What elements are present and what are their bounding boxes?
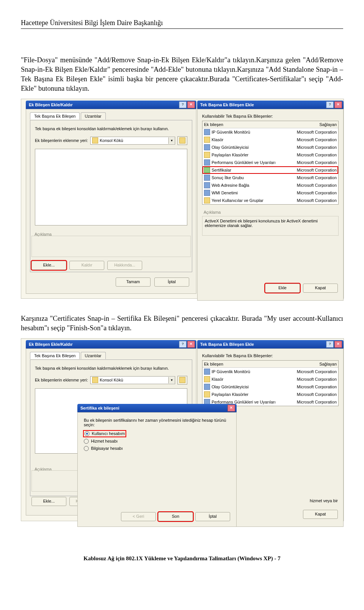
- available-label: Kullanılabilir Tek Başına Ek Bileşenler:: [202, 114, 339, 118]
- list-item[interactable]: IP Güvenlik MonitörüMicrosoft Corporatio…: [202, 128, 338, 136]
- item-name: Paylaşılan Klasörler: [212, 392, 248, 397]
- list-item[interactable]: IP Güvenlik MonitörüMicrosoft Corporatio…: [202, 368, 338, 375]
- right-dialog: Tek Başına Ek Bileşen Ekle ? ✕ Kullanıla…: [197, 101, 344, 291]
- paragraph-1: "File-Dosya" menüsünde "Add/Remove Snap-…: [21, 55, 343, 93]
- left-dialog-titlebar[interactable]: Ek Bileşen Ekle/Kaldır ? ✕: [26, 340, 196, 348]
- list-item[interactable]: WMI DenetimiMicrosoft Corporation: [202, 189, 338, 197]
- list-item[interactable]: SertifikalarMicrosoft Corporation: [202, 166, 338, 174]
- list-item[interactable]: Performans Günlükleri ve UyarılarıMicros…: [202, 159, 338, 166]
- list-item[interactable]: Yerel Kullanıcılar ve GruplarMicrosoft C…: [202, 197, 338, 204]
- item-icon: [204, 376, 210, 382]
- help-icon[interactable]: ?: [326, 101, 334, 108]
- item-name: Performans Günlükleri ve Uyarıları: [212, 160, 276, 165]
- item-name: IP Güvenlik Monitörü: [212, 130, 250, 134]
- new-folder-button[interactable]: [177, 136, 187, 145]
- tab-extensions[interactable]: Uzantılar: [81, 112, 106, 120]
- location-dropdown[interactable]: Konsol Kökü ▼: [90, 137, 175, 145]
- left-dialog-body: Tek Başına Ek Bileşen Uzantılar Tek başı…: [26, 109, 196, 294]
- tab-description: Tek başına ek bileşeni konsoldan kaldırm…: [35, 366, 187, 370]
- tab-standalone[interactable]: Tek Başına Ek Bileşen: [30, 352, 80, 359]
- close-icon[interactable]: ✕: [187, 341, 195, 348]
- cert-prompt: Bu ek bileşenin sertifikalarını her zama…: [84, 418, 228, 427]
- available-label: Kullanılabilir Tek Başına Ek Bileşenler:: [202, 353, 339, 358]
- radio-service-account[interactable]: Hizmet hesabı: [84, 439, 230, 444]
- list-item[interactable]: Paylaşılan KlasörlerMicrosoft Corporatio…: [202, 151, 338, 159]
- folder-icon: [92, 137, 98, 143]
- list-item[interactable]: Olay GörüntüleyicisiMicrosoft Corporatio…: [202, 143, 338, 151]
- rp-desc-label: Açıklama: [202, 210, 339, 214]
- item-name: Klasör: [212, 137, 223, 142]
- right-dialog-titlebar[interactable]: Tek Başına Ek Bileşen Ekle ? ✕: [197, 340, 344, 348]
- item-vendor: Microsoft Corporation: [297, 137, 337, 142]
- left-dialog-titlebar[interactable]: Ek Bileşen Ekle/Kaldır ? ✕: [26, 101, 196, 109]
- snapin-listbox[interactable]: [35, 149, 187, 225]
- item-icon: [204, 159, 210, 166]
- cert-snapin-dialog: Sertifika ek bileşeni ✕ Bu ek bileşenin …: [77, 404, 237, 515]
- snapin-list[interactable]: Ek bileşen Sağlayan IP Güvenlik Monitörü…: [202, 360, 339, 406]
- tab-standalone[interactable]: Tek Başına Ek Bileşen: [30, 112, 80, 120]
- item-icon: [204, 167, 210, 173]
- doc-header: Hacettepe Üniversitesi Bilgi İşlem Daire…: [21, 19, 343, 27]
- snapin-list[interactable]: Ek bileşen Sağlayan IP Güvenlik Monitörü…: [202, 121, 339, 205]
- ok-button[interactable]: Tamam: [116, 277, 151, 287]
- list-item[interactable]: KlasörMicrosoft Corporation: [202, 136, 338, 143]
- remove-button: Kaldır: [69, 261, 104, 270]
- item-vendor: Microsoft Corporation: [297, 168, 337, 172]
- location-value: Konsol Kökü: [100, 378, 123, 382]
- item-vendor: Microsoft Corporation: [297, 369, 337, 374]
- close-icon[interactable]: ✕: [228, 405, 235, 411]
- description-box: [31, 236, 191, 257]
- radio-icon: [84, 446, 89, 451]
- cancel-button[interactable]: İptal: [154, 277, 189, 287]
- finish-button[interactable]: Son: [158, 512, 193, 521]
- chevron-down-icon[interactable]: ▼: [168, 137, 175, 144]
- right-dialog-body: Kullanılabilir Tek Başına Ek Bileşenler:…: [197, 109, 344, 301]
- chevron-down-icon[interactable]: ▼: [168, 377, 175, 383]
- list-item[interactable]: Sonuç İlke GrubuMicrosoft Corporation: [202, 174, 338, 181]
- item-vendor: Microsoft Corporation: [297, 153, 337, 157]
- item-name: IP Güvenlik Monitörü: [212, 369, 250, 374]
- close-icon[interactable]: ✕: [334, 341, 342, 348]
- help-icon[interactable]: ?: [326, 341, 334, 348]
- help-icon[interactable]: ?: [179, 101, 187, 108]
- cert-dialog-titlebar[interactable]: Sertifika ek bileşeni ✕: [77, 404, 237, 412]
- right-dialog-titlebar[interactable]: Tek Başına Ek Bileşen Ekle ? ✕: [197, 101, 344, 109]
- item-name: Sertifikalar: [212, 168, 231, 172]
- rp-close-button[interactable]: Kapat: [303, 284, 338, 293]
- add-button[interactable]: Ekle...: [31, 261, 66, 270]
- item-vendor: Microsoft Corporation: [297, 392, 337, 397]
- rp-add-button[interactable]: Ekle: [265, 284, 300, 293]
- radio-computer-account[interactable]: Bilgisayar hesabı: [84, 446, 230, 451]
- new-folder-button[interactable]: [177, 376, 187, 385]
- item-icon: [204, 197, 210, 203]
- close-icon[interactable]: ✕: [334, 101, 342, 108]
- add-button[interactable]: Ekle...: [31, 497, 66, 506]
- item-name: Klasör: [212, 377, 223, 381]
- tab-extensions[interactable]: Uzantılar: [81, 352, 106, 359]
- item-vendor: Microsoft Corporation: [297, 160, 337, 165]
- col-vendor: Sağlayan: [319, 362, 337, 366]
- close-icon[interactable]: ✕: [187, 101, 195, 108]
- rp-desc-truncated: hizmet veya bir: [310, 498, 338, 503]
- cancel-button[interactable]: İptal: [195, 512, 230, 521]
- folder-icon: [92, 377, 98, 383]
- left-dialog-title: Ek Bileşen Ekle/Kaldır: [29, 340, 73, 348]
- location-dropdown[interactable]: Konsol Kökü ▼: [90, 376, 175, 384]
- list-item[interactable]: Olay GörüntüleyicisiMicrosoft Corporatio…: [202, 383, 338, 391]
- radio-user-account[interactable]: Kullanıcı hesabım: [84, 431, 126, 437]
- item-name: Yerel Kullanıcılar ve Gruplar: [212, 198, 264, 203]
- screenshot-1: Ek Bileşen Ekle/Kaldır ? ✕ Tek Başına Ek…: [21, 99, 344, 299]
- right-dialog-title: Tek Başına Ek Bileşen Ekle: [200, 101, 254, 109]
- tab-description: Tek başına ek bileşeni konsoldan kaldırm…: [35, 126, 187, 131]
- item-icon: [204, 175, 210, 181]
- list-item[interactable]: Paylaşılan KlasörlerMicrosoft Corporatio…: [202, 391, 338, 398]
- rp-close-button[interactable]: Kapat: [303, 510, 338, 519]
- list-item[interactable]: KlasörMicrosoft Corporation: [202, 375, 338, 383]
- item-vendor: Microsoft Corporation: [297, 175, 337, 180]
- item-vendor: Microsoft Corporation: [297, 400, 337, 404]
- left-dialog-title: Ek Bileşen Ekle/Kaldır: [29, 101, 73, 109]
- list-item[interactable]: Web Adresine BağlaMicrosoft Corporation: [202, 181, 338, 189]
- col-snapin: Ek bileşen: [204, 362, 223, 366]
- help-icon[interactable]: ?: [179, 341, 187, 348]
- item-name: Olay Görüntüleyicisi: [212, 385, 249, 389]
